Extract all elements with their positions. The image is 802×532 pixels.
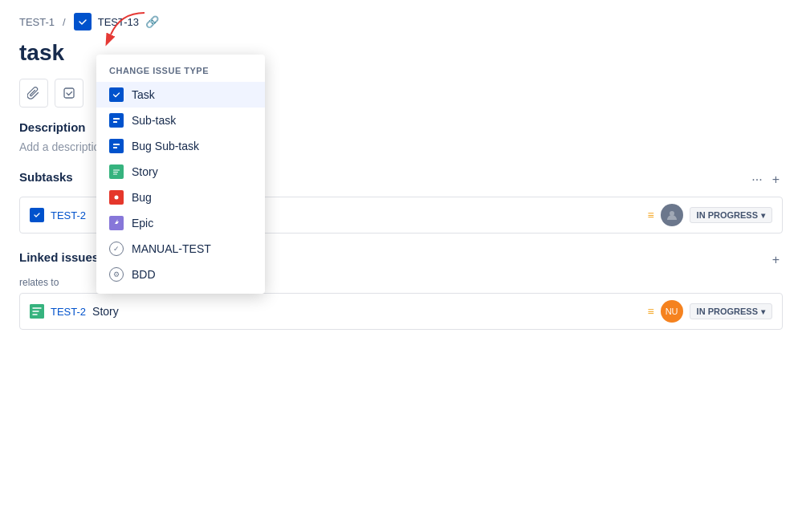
svg-rect-2 <box>64 88 74 98</box>
dropdown-item-epic[interactable]: Epic <box>96 210 265 236</box>
story-label: Story <box>132 165 158 178</box>
change-issue-type-dropdown: CHANGE ISSUE TYPE Task Sub-task <box>96 55 265 294</box>
bug-type-icon <box>109 190 124 205</box>
bugsubtask-type-icon <box>109 139 124 153</box>
attach-button[interactable] <box>19 79 48 108</box>
manual-type-icon: ✓ <box>109 242 124 256</box>
dropdown-item-bugsubtask[interactable]: Bug Sub-task <box>96 133 265 159</box>
breadcrumb: TEST-1 / TEST-13 🔗 <box>0 0 802 37</box>
breadcrumb-parent[interactable]: TEST-1 <box>19 16 55 28</box>
dropdown-item-manual[interactable]: ✓ MANUAL-TEST <box>96 236 265 262</box>
manual-label: MANUAL-TEST <box>132 242 211 255</box>
svg-rect-6 <box>112 90 121 99</box>
linked-issue-status-badge[interactable]: IN PROGRESS ▾ <box>690 303 772 319</box>
linked-issue-title: Story <box>92 305 119 318</box>
story-type-icon <box>109 164 124 179</box>
bugsubtask-label: Bug Sub-task <box>132 140 199 152</box>
chevron-down-icon: ▾ <box>761 211 765 220</box>
epic-label: Epic <box>132 217 153 229</box>
checklist-button[interactable] <box>55 79 83 108</box>
dropdown-item-story[interactable]: Story <box>96 159 265 185</box>
dropdown-item-bug[interactable]: Bug <box>96 185 265 210</box>
svg-rect-10 <box>112 141 121 151</box>
subtask-status-badge[interactable]: IN PROGRESS ▾ <box>690 207 772 223</box>
breadcrumb-current-id: TEST-13 <box>98 16 139 28</box>
linked-issues-add-button[interactable]: + <box>769 250 783 270</box>
svg-point-15 <box>115 196 119 200</box>
bdd-label: BDD <box>132 268 156 281</box>
bdd-type-icon: ⚙ <box>109 267 124 282</box>
linked-issue-right: ≡ NU IN PROGRESS ▾ <box>647 300 772 323</box>
linked-issue-type-icon <box>30 304 44 319</box>
subtask-id[interactable]: TEST-2 <box>51 209 86 221</box>
task-label: Task <box>132 88 155 101</box>
svg-rect-7 <box>112 116 121 125</box>
subtasks-actions: ··· + <box>748 169 783 190</box>
subtask-left: TEST-2 <box>30 208 86 222</box>
svg-rect-11 <box>113 144 120 145</box>
subtask-type-icon <box>30 208 44 222</box>
subtask-avatar <box>661 204 683 226</box>
svg-rect-8 <box>113 118 120 120</box>
linked-issues-label: Linked issues <box>19 250 99 264</box>
linked-issue-row: TEST-2 Story ≡ NU IN PROGRESS ▾ <box>19 293 783 330</box>
link-icon[interactable]: 🔗 <box>145 15 159 28</box>
linked-chevron-down-icon: ▾ <box>761 307 765 316</box>
subtasks-add-button[interactable]: + <box>769 169 783 190</box>
subtasks-label: Subtasks <box>19 170 73 184</box>
issue-type-button[interactable] <box>74 13 92 30</box>
subtask-right: ≡ IN PROGRESS ▾ <box>647 204 772 226</box>
dropdown-item-bdd[interactable]: ⚙ BDD <box>96 262 265 287</box>
svg-rect-12 <box>113 147 117 148</box>
epic-type-icon <box>109 216 124 230</box>
dropdown-item-subtask[interactable]: Sub-task <box>96 108 265 133</box>
svg-rect-9 <box>113 121 117 123</box>
linked-issue-left: TEST-2 Story <box>30 304 119 319</box>
bug-label: Bug <box>132 191 152 204</box>
linked-priority-icon: ≡ <box>647 305 653 318</box>
breadcrumb-separator: / <box>63 16 66 28</box>
dropdown-header: CHANGE ISSUE TYPE <box>96 61 265 82</box>
linked-issue-avatar: NU <box>661 300 683 323</box>
priority-icon: ≡ <box>647 209 653 221</box>
linked-issue-id[interactable]: TEST-2 <box>51 306 86 318</box>
dropdown-item-task[interactable]: Task <box>96 82 265 108</box>
subtask-type-icon-dd <box>109 113 124 128</box>
subtask-label: Sub-task <box>132 114 176 127</box>
subtasks-more-button[interactable]: ··· <box>748 169 765 190</box>
task-type-icon <box>109 87 124 102</box>
